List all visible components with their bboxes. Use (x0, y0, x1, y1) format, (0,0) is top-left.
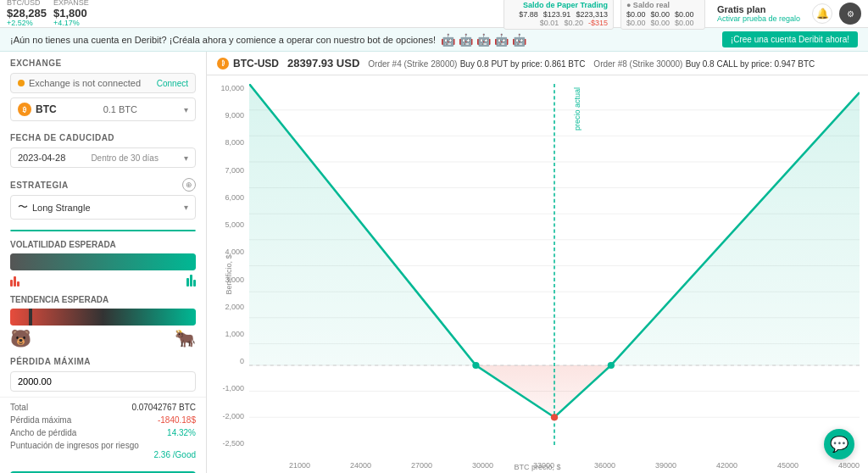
y-label-8: 2,000 (225, 303, 244, 311)
create-account-banner-btn[interactable]: ¡Cree una cuenta Deribit ahora! (722, 31, 858, 47)
banner-icons: 🤖 🤖 🤖 🤖 🤖 (441, 33, 526, 47)
saldo-real-sub: $0.00 $0.00 $0.00 (626, 19, 699, 27)
date-value: 2023-04-28 (18, 153, 65, 163)
sr-s1: $0.00 (626, 19, 646, 27)
exchange-status-row: Exchange is not connected Connect (10, 73, 196, 93)
order2-label: Order #8 (Strike 30000) (593, 59, 682, 69)
y-label-6: 4,000 (225, 248, 244, 256)
x-label-1: 21000 (289, 461, 310, 470)
saldo-paper-title: Saldo de Paper Trading (523, 1, 608, 9)
chart-price: 28397.93 USD (287, 57, 359, 70)
asset-selector[interactable]: ₿ BTC 0.1 BTC ▾ (10, 97, 196, 121)
summary-perdida-value: -1840.18$ (158, 415, 196, 425)
bull-icon: 🐂 (175, 328, 196, 348)
expanse-change: +4.17% (53, 19, 89, 28)
summary-puntuacion-row: Puntuación de ingresos por riesgo 2.36 /… (10, 439, 196, 461)
tendency-label: Tendencia esperada (10, 295, 196, 304)
date-hint: Dentro de 30 días (91, 153, 159, 163)
sr-s3: $0.00 (675, 19, 694, 27)
chart-pair: ₿ BTC-USD (217, 58, 279, 70)
exchange-section: Exchange Exchange is not connected Conne… (0, 52, 206, 126)
perdida-input[interactable]: 2000.00 (10, 371, 196, 392)
y-label-13: -2,500 (222, 439, 244, 448)
tendency-icons: 🐻 🐂 (10, 328, 196, 348)
bear-icon: 🐻 (10, 328, 31, 348)
status-dot-icon (18, 80, 25, 86)
y-label-1: 9,000 (225, 111, 244, 120)
volatility-slider[interactable] (10, 253, 196, 270)
chart-header: ₿ BTC-USD 28397.93 USD Order #4 (Strike … (207, 52, 868, 75)
gratis-title: Gratis plan (717, 4, 800, 14)
summary-puntuacion-label: Puntuación de ingresos por riesgo (10, 441, 139, 450)
summary-total-label: Total (10, 403, 28, 412)
tendency-slider[interactable] (10, 309, 196, 326)
summary-section: Total 0.07042767 BTC Pérdida máxima -184… (0, 397, 206, 465)
y-label-9: 1,000 (225, 330, 244, 338)
exchange-status-label: Exchange is not connected (29, 78, 141, 88)
info-icon[interactable]: ⊕ (182, 178, 196, 192)
summary-ancho-label: Ancho de pérdida (10, 428, 76, 437)
saldo-paper-sub: $0.01 $0.20 -$315 (540, 19, 608, 27)
chat-bubble[interactable]: 💬 (824, 429, 854, 459)
date-field[interactable]: 2023-04-28 Dentro de 30 días ▾ (10, 147, 196, 168)
chart-min-dot (551, 414, 558, 420)
btc-icon: ₿ (18, 103, 31, 116)
tab-simple[interactable]: Simple (11, 231, 103, 231)
expanse-price-block: EXPANSE $1,800 +4.17% (53, 0, 89, 28)
saldo-paper-block: Saldo de Paper Trading $7.88 $123.91 $22… (504, 0, 614, 30)
vol-bar-3 (17, 281, 19, 287)
y-label-12: -2,000 (222, 412, 244, 420)
saldo-real-values: $0.00 $0.00 $0.00 (626, 10, 699, 19)
gratis-subtitle[interactable]: Activar prueba de regalo (717, 14, 800, 23)
vol-bars-right (186, 273, 196, 287)
chart-pair-label: BTC-USD (233, 58, 279, 70)
volatility-icons (10, 273, 196, 287)
expanse-value: $1,800 (53, 8, 89, 19)
banner-message: ¡Aún no tienes una cuenta en Deribit? ¡C… (10, 35, 436, 45)
exchange-connect-btn[interactable]: Connect (157, 79, 188, 88)
user-avatar[interactable]: ⚙ (839, 3, 861, 25)
notification-icon[interactable]: 🔔 (812, 3, 832, 24)
summary-ancho-value: 14.32% (167, 428, 196, 437)
promo-banner: ¡Aún no tienes una cuenta en Deribit? ¡C… (0, 28, 868, 52)
vol-bar-r3 (193, 280, 196, 287)
exchange-status-text: Exchange is not connected (18, 78, 141, 88)
btcusd-value: $28,285 (7, 8, 47, 19)
chart-area: Beneficio, $ 10,000 9,000 8,000 7,000 6,… (207, 75, 868, 473)
exchange-section-title: Exchange (10, 58, 196, 68)
price-line-label: precio actual (573, 87, 581, 131)
robot-icon-1: 🤖 (441, 33, 455, 47)
banner-text-block: ¡Aún no tienes una cuenta en Deribit? ¡C… (10, 33, 526, 47)
saldo-real-block: ● Saldo real $0.00 $0.00 $0.00 $0.00 $0.… (620, 0, 705, 30)
asset-left: ₿ BTC (18, 103, 57, 116)
saldo-paper-s3: -$315 (588, 19, 608, 27)
y-label-3: 7,000 (225, 166, 244, 175)
sr-v2: $0.00 (650, 10, 670, 19)
date-section-title: Fecha de caducidad (10, 133, 196, 142)
x-label-10: 48000 (838, 461, 860, 470)
topbar: BTC/USD $28,285 +2.52% EXPANSE $1,800 +4… (0, 0, 868, 28)
vol-bar-r2 (190, 275, 192, 287)
x-label-2: 24000 (350, 461, 371, 470)
y-label-0: 10,000 (220, 84, 244, 92)
saldo-paper-v2: $123.91 (543, 10, 571, 19)
perdida-label: Pérdida máxima (10, 357, 196, 366)
y-label-2: 8,000 (225, 138, 244, 147)
strategy-selector[interactable]: 〜 Long Strangle ▾ (10, 195, 196, 220)
saldo-paper-s1: $0.01 (540, 19, 559, 27)
strategy-section: Estrategia ⊕ 〜 Long Strangle ▾ (0, 173, 206, 225)
y-label-4: 6,000 (225, 193, 244, 202)
strategy-name-label: Long Strangle (32, 203, 91, 213)
x-axis-title: BTC precio, $ (514, 463, 560, 471)
left-panel: Exchange Exchange is not connected Conne… (0, 52, 207, 473)
strategy-name: 〜 Long Strangle (18, 200, 91, 214)
order1-label: Order #4 (Strike 28000) (368, 59, 457, 69)
robot-icon-4: 🤖 (494, 33, 509, 47)
tab-avanzado[interactable]: Avanzado (103, 231, 196, 231)
chart-svg (249, 84, 860, 448)
gratis-plan-block: Gratis plan Activar prueba de regalo (712, 3, 805, 25)
vol-bar-2 (14, 276, 16, 287)
summary-puntuacion-value: 2.36 /Good (154, 450, 196, 459)
summary-perdida-row: Pérdida máxima -1840.18$ (10, 414, 196, 426)
x-label-3: 27000 (411, 461, 432, 470)
